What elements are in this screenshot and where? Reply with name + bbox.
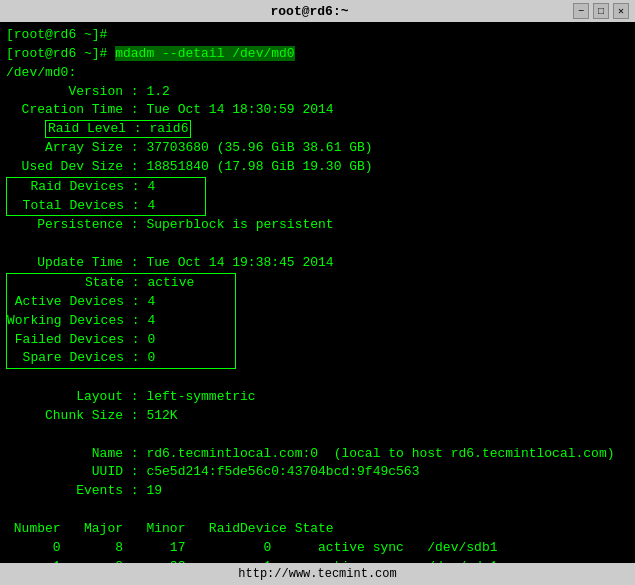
terminal-line: Used Dev Size : 18851840 (17.98 GiB 19.3… (6, 158, 629, 177)
terminal-line: Total Devices : 4 (7, 197, 205, 216)
terminal-line: Active Devices : 4 (7, 293, 235, 312)
terminal[interactable]: [root@rd6 ~]#[root@rd6 ~]# mdadm --detai… (0, 22, 635, 563)
terminal-line: Persistence : Superblock is persistent (6, 216, 629, 235)
terminal-line: 0 8 17 0 active sync /dev/sdb1 (6, 539, 629, 558)
terminal-line (6, 369, 629, 388)
terminal-line: [root@rd6 ~]# (6, 26, 629, 45)
terminal-line: Number Major Minor RaidDevice State (6, 520, 629, 539)
title-bar: root@rd6:~ − □ ✕ (0, 0, 635, 22)
terminal-line: Raid Level : raid6 (6, 120, 629, 139)
terminal-line (6, 426, 629, 445)
minimize-button[interactable]: − (573, 3, 589, 19)
terminal-line: Name : rd6.tecmintlocal.com:0 (local to … (6, 445, 629, 464)
terminal-line: UUID : c5e5d214:f5de56c0:43704bcd:9f49c5… (6, 463, 629, 482)
terminal-line (6, 235, 629, 254)
terminal-line: Chunk Size : 512K (6, 407, 629, 426)
terminal-line: Layout : left-symmetric (6, 388, 629, 407)
terminal-line: State : active (7, 274, 235, 293)
terminal-line: Spare Devices : 0 (7, 349, 235, 368)
terminal-line: Update Time : Tue Oct 14 19:38:45 2014 (6, 254, 629, 273)
terminal-line: /dev/md0: (6, 64, 629, 83)
terminal-line: Creation Time : Tue Oct 14 18:30:59 2014 (6, 101, 629, 120)
maximize-button[interactable]: □ (593, 3, 609, 19)
terminal-line: Array Size : 37703680 (35.96 GiB 38.61 G… (6, 139, 629, 158)
terminal-line: Failed Devices : 0 (7, 331, 235, 350)
terminal-line: [root@rd6 ~]# mdadm --detail /dev/md0 (6, 45, 629, 64)
raid-devices-box: Raid Devices : 4 Total Devices : 4 (6, 177, 206, 217)
terminal-line: Events : 19 (6, 482, 629, 501)
terminal-line: Version : 1.2 (6, 83, 629, 102)
terminal-line: Raid Devices : 4 (7, 178, 205, 197)
title-bar-controls[interactable]: − □ ✕ (573, 3, 629, 19)
terminal-line: Working Devices : 4 (7, 312, 235, 331)
terminal-line (6, 501, 629, 520)
status-bar: http://www.tecmint.com (0, 563, 635, 585)
title-bar-title: root@rd6:~ (46, 4, 573, 19)
device-state-box: State : active Active Devices : 4Working… (6, 273, 236, 369)
close-button[interactable]: ✕ (613, 3, 629, 19)
